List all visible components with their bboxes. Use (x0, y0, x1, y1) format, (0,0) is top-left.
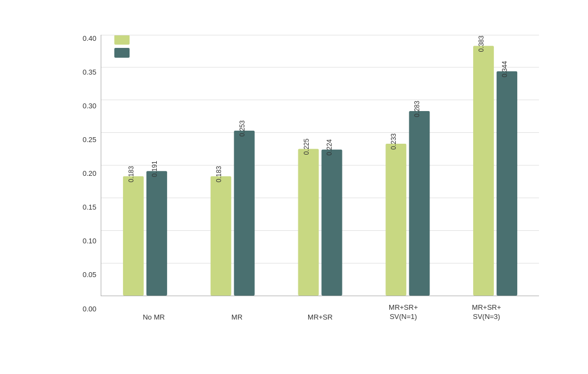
svg-text:0.344: 0.344 (501, 60, 509, 77)
y-label-5: 0.15 (83, 204, 96, 211)
svg-text:0.233: 0.233 (390, 133, 397, 149)
y-label-8: 0.00 (83, 305, 96, 312)
svg-rect-4 (211, 176, 231, 295)
chart-area: 0.40 0.35 0.30 0.25 0.20 0.15 0.10 0.05 … (71, 35, 539, 312)
y-label-1: 0.35 (83, 69, 96, 76)
x-label-2: MR+SR (298, 306, 342, 323)
svg-text:0.383: 0.383 (477, 35, 485, 52)
svg-text:0.283: 0.283 (413, 100, 421, 117)
y-axis: 0.40 0.35 0.30 0.25 0.20 0.15 0.10 0.05 … (71, 35, 101, 312)
svg-rect-18 (497, 71, 517, 296)
x-label-3: MR+SR+SV(N=1) (382, 306, 425, 323)
y-label-4: 0.20 (83, 170, 96, 177)
svg-rect-6 (234, 131, 255, 296)
svg-rect-0 (123, 176, 144, 295)
svg-rect-10 (322, 149, 342, 295)
svg-text:0.191: 0.191 (151, 160, 158, 176)
y-label-0: 0.40 (83, 35, 96, 42)
y-label-7: 0.05 (83, 271, 96, 278)
y-label-3: 0.25 (83, 136, 96, 143)
x-label-4: MR+SR+SV(N=3) (465, 306, 509, 323)
svg-text:0.224: 0.224 (326, 139, 334, 155)
svg-rect-16 (473, 46, 494, 296)
x-label-0: No MR (132, 306, 175, 323)
svg-rect-8 (298, 149, 319, 295)
plot-area: 0.1830.1910.1830.2530.2250.2240.2330.283… (101, 35, 539, 296)
x-labels: No MR MR MR+SR MR+SR+SV(N=1) MR+SR+SV(N=… (101, 306, 539, 323)
y-label-6: 0.10 (83, 237, 96, 244)
svg-text:0.253: 0.253 (238, 120, 246, 136)
svg-text:0.225: 0.225 (303, 138, 310, 155)
svg-text:0.183: 0.183 (215, 165, 223, 182)
svg-text:0.183: 0.183 (127, 165, 135, 182)
svg-rect-14 (409, 111, 430, 296)
x-label-1: MR (215, 306, 259, 323)
chart-container: 0.40 0.35 0.30 0.25 0.20 0.15 0.10 0.05 … (27, 19, 561, 356)
bar-chart-svg: 0.1830.1910.1830.2530.2250.2240.2330.283… (101, 35, 539, 296)
svg-rect-12 (385, 143, 406, 295)
svg-rect-2 (146, 171, 167, 296)
y-label-2: 0.30 (83, 102, 96, 109)
